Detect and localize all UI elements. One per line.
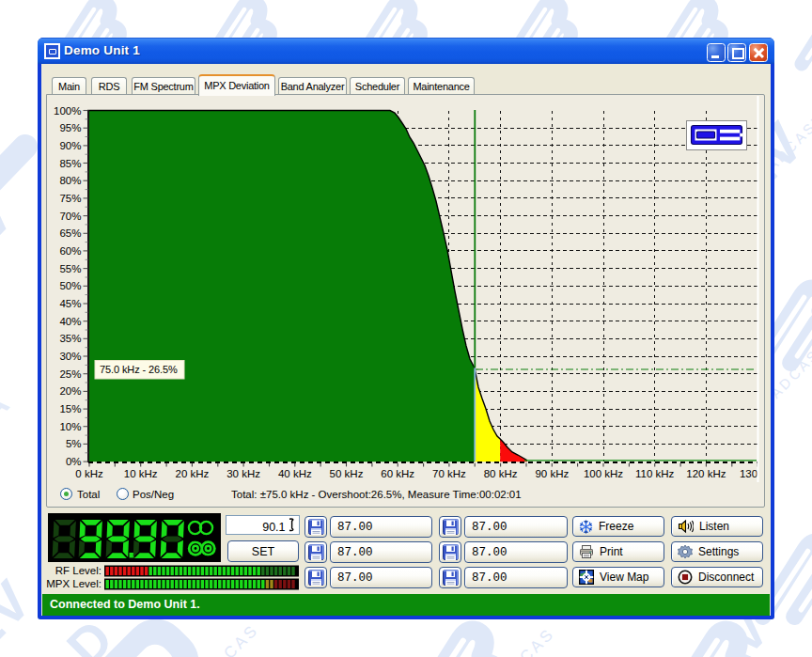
svg-text:35%: 35% xyxy=(59,333,81,344)
svg-text:100%: 100% xyxy=(54,105,81,117)
svg-text:20 kHz: 20 kHz xyxy=(176,468,210,479)
svg-text:60%: 60% xyxy=(59,245,81,257)
svg-text:15%: 15% xyxy=(59,403,81,415)
svg-text:100 kHz: 100 kHz xyxy=(584,468,623,479)
svg-text:130: 130 xyxy=(740,468,757,479)
svg-text:80%: 80% xyxy=(59,175,81,186)
svg-text:120 kHz: 120 kHz xyxy=(686,468,726,479)
svg-text:0 kHz: 0 kHz xyxy=(75,468,103,479)
svg-text:110 kHz: 110 kHz xyxy=(635,468,675,479)
svg-text:20%: 20% xyxy=(59,385,81,397)
svg-text:50%: 50% xyxy=(59,280,81,291)
svg-text:75.0 kHz - 26.5%: 75.0 kHz - 26.5% xyxy=(100,364,178,375)
svg-text:90%: 90% xyxy=(59,140,81,151)
svg-text:70%: 70% xyxy=(59,211,81,222)
svg-text:10 kHz: 10 kHz xyxy=(124,468,158,479)
svg-text:45%: 45% xyxy=(59,298,81,309)
svg-text:30%: 30% xyxy=(59,351,81,362)
svg-text:25%: 25% xyxy=(59,368,81,380)
svg-text:0%: 0% xyxy=(66,456,82,467)
svg-text:95%: 95% xyxy=(59,122,81,133)
svg-text:85%: 85% xyxy=(59,158,81,169)
svg-text:90 kHz: 90 kHz xyxy=(535,468,569,479)
svg-text:40 kHz: 40 kHz xyxy=(278,468,312,479)
svg-text:10%: 10% xyxy=(59,421,81,432)
svg-text:40%: 40% xyxy=(59,316,81,327)
svg-text:50 kHz: 50 kHz xyxy=(330,468,364,479)
svg-text:75%: 75% xyxy=(59,193,81,204)
svg-text:80 kHz: 80 kHz xyxy=(484,468,518,479)
svg-text:65%: 65% xyxy=(59,227,81,239)
svg-text:5%: 5% xyxy=(66,438,82,449)
svg-text:30 kHz: 30 kHz xyxy=(226,468,260,479)
svg-text:60 kHz: 60 kHz xyxy=(381,468,414,479)
svg-text:70 kHz: 70 kHz xyxy=(432,468,466,479)
svg-text:55%: 55% xyxy=(59,263,81,274)
